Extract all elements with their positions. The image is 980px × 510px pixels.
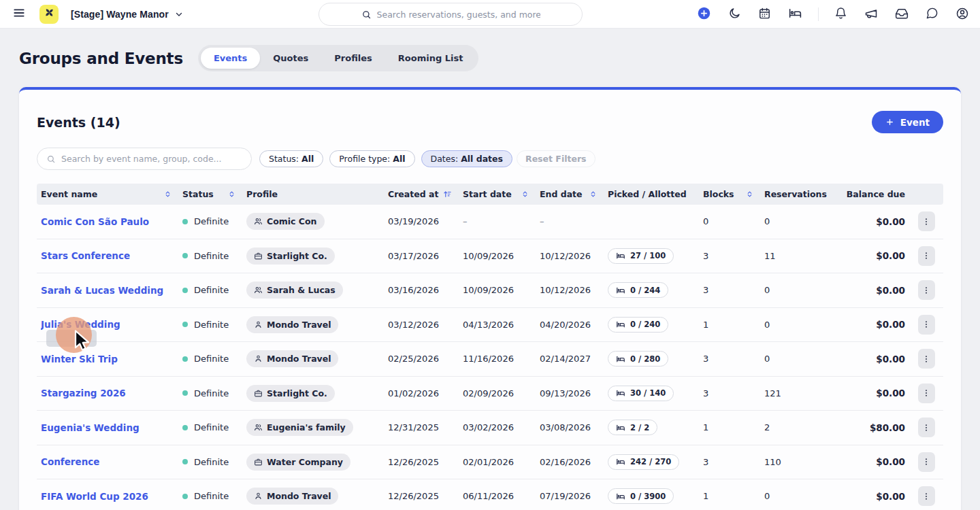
reservations-button[interactable] [787, 5, 804, 24]
row-menu-button[interactable] [918, 486, 935, 506]
event-name-link[interactable]: Comic Con São Paulo [41, 216, 149, 227]
filter-chip-dates[interactable]: Dates:All dates [421, 150, 512, 167]
profile-chip[interactable]: Starlight Co. [246, 248, 335, 265]
reset-filters-button[interactable]: Reset Filters [517, 150, 595, 167]
tab-group: EventsQuotesProfilesRooming List [198, 45, 479, 71]
column-header-created-at[interactable]: Created at [388, 184, 463, 205]
profile-chip[interactable]: Water Company [246, 454, 350, 471]
table-row[interactable]: Conference Definite Water Company 12/26/… [37, 445, 943, 480]
notifications-button[interactable] [833, 5, 849, 23]
row-menu-button[interactable] [918, 280, 935, 300]
table-row[interactable]: Julia's Wedding Definite Mondo Travel 03… [37, 308, 943, 343]
status-label: Definite [194, 216, 229, 226]
column-header-event-name[interactable]: Event name [37, 184, 182, 205]
table-row[interactable]: Sarah & Lucas Wedding Definite Sarah & L… [37, 273, 943, 308]
created-at: 03/12/2026 [388, 320, 463, 330]
blocks-count: 3 [703, 457, 764, 467]
add-event-button[interactable]: Event [872, 111, 943, 133]
row-menu-button[interactable] [918, 349, 935, 369]
status-dot [182, 459, 188, 464]
column-header-blocks[interactable]: Blocks [703, 184, 764, 205]
column-header-start-date[interactable]: Start date [463, 184, 540, 205]
table-row[interactable]: Eugenia's Wedding Definite Eugenia's fam… [37, 411, 943, 445]
event-name-link[interactable]: Stars Conference [41, 250, 130, 261]
profile-chip[interactable]: Mondo Travel [246, 488, 338, 505]
sort-icon[interactable] [746, 190, 753, 198]
picked-allotted-chip: 30 / 140 [608, 386, 674, 401]
global-search[interactable] [318, 3, 583, 26]
tab-events[interactable]: Events [201, 48, 260, 69]
event-name-link[interactable]: Sarah & Lucas Wedding [41, 285, 163, 296]
events-panel: Events (14) Event Status:AllProfile type… [19, 87, 961, 510]
quick-add-button[interactable] [696, 5, 713, 24]
sort-icon[interactable] [589, 190, 597, 198]
sort-icon[interactable] [164, 190, 172, 198]
tab-rooming-list[interactable]: Rooming List [385, 48, 476, 69]
tab-profiles[interactable]: Profiles [321, 48, 385, 69]
help-chat-button[interactable] [924, 5, 940, 23]
profile-chip[interactable]: Starlight Co. [246, 385, 335, 402]
event-name-link[interactable]: Stargazing 2026 [41, 388, 126, 398]
row-menu-button[interactable] [918, 211, 935, 231]
blocks-count: 1 [703, 422, 764, 432]
event-search-input[interactable] [61, 154, 238, 164]
topbar-divider [818, 7, 819, 21]
bed-icon [616, 388, 625, 398]
event-search[interactable] [37, 148, 252, 170]
row-menu-button[interactable] [918, 452, 935, 472]
company-icon [254, 252, 263, 260]
kebab-icon [921, 285, 931, 296]
sort-icon[interactable] [228, 190, 235, 198]
blocks-count: 1 [703, 320, 764, 330]
column-header-status[interactable]: Status [182, 184, 246, 205]
filter-chip-profile-type[interactable]: Profile type:All [329, 150, 414, 167]
blocks-count: 3 [703, 388, 764, 398]
person-icon [254, 320, 263, 329]
row-menu-button[interactable] [918, 418, 935, 437]
balance-due: $0.00 [837, 216, 909, 227]
calendar-button[interactable] [757, 5, 772, 23]
profile-name: Mondo Travel [267, 320, 331, 330]
table-row[interactable]: FIFA World Cup 2026 Definite Mondo Trave… [37, 479, 943, 510]
balance-due: $0.00 [837, 285, 909, 296]
inbox-button[interactable] [894, 5, 910, 24]
property-switcher[interactable]: [Stage] Wayne Manor [71, 9, 184, 20]
profile-chip[interactable]: Mondo Travel [246, 316, 338, 333]
table-row[interactable]: Stars Conference Definite Starlight Co. … [37, 239, 943, 274]
event-name-link[interactable]: Eugenia's Wedding [41, 422, 140, 433]
profile-name: Mondo Travel [267, 491, 331, 501]
megaphone-icon [864, 7, 878, 22]
app-logo[interactable] [39, 5, 59, 24]
table-row[interactable]: Comic Con São Paulo Definite Comic Con 0… [37, 205, 943, 239]
picked-allotted-chip: 27 / 100 [608, 248, 674, 264]
global-search-input[interactable] [377, 10, 540, 20]
kebab-icon [921, 491, 931, 502]
bed-icon [616, 457, 625, 466]
event-name-link[interactable]: Conference [41, 456, 99, 467]
column-header-end-date[interactable]: End date [540, 184, 608, 205]
dark-mode-button[interactable] [727, 5, 742, 23]
row-menu-button[interactable] [918, 384, 935, 403]
row-menu-button[interactable] [918, 315, 935, 335]
sort-active-icon[interactable] [443, 190, 452, 199]
profile-chip[interactable]: Comic Con [246, 213, 325, 230]
profile-chip[interactable]: Sarah & Lucas [246, 282, 343, 299]
table-row[interactable]: Winter Ski Trip Definite Mondo Travel 02… [37, 342, 943, 377]
event-name-link[interactable]: FIFA World Cup 2026 [41, 491, 148, 502]
end-date: 04/20/2026 [540, 320, 608, 330]
menu-button[interactable] [11, 5, 27, 23]
announcements-button[interactable] [863, 5, 879, 24]
bell-icon [834, 7, 847, 22]
reservations-count: 110 [764, 457, 837, 467]
profile-chip[interactable]: Eugenia's family [246, 419, 353, 436]
tab-quotes[interactable]: Quotes [260, 48, 321, 69]
filter-chip-status[interactable]: Status:All [259, 150, 323, 167]
row-menu-button[interactable] [918, 246, 935, 266]
table-row[interactable]: Stargazing 2026 Definite Starlight Co. 0… [37, 377, 943, 411]
profile-chip[interactable]: Mondo Travel [246, 350, 338, 367]
sort-icon[interactable] [521, 190, 529, 198]
account-button[interactable] [954, 5, 970, 24]
event-name-link[interactable]: Winter Ski Trip [41, 354, 118, 364]
status-label: Definite [194, 388, 229, 398]
start-date: 10/09/2026 [463, 251, 540, 261]
